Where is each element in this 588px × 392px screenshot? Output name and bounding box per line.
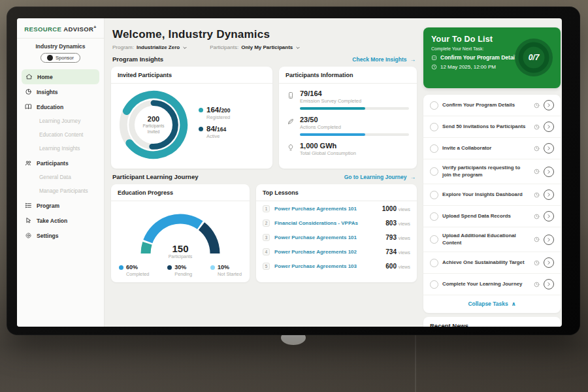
todo-item[interactable]: Upload Additional Educational Content <box>423 227 561 252</box>
todo-go-button[interactable] <box>544 122 554 132</box>
todo-go-button[interactable] <box>544 235 554 245</box>
legend-value: 30% <box>174 264 192 270</box>
todo-checkbox[interactable] <box>430 123 438 131</box>
program-icon <box>25 202 32 209</box>
program-insights-header: Program Insights Check More Insights → <box>112 56 416 63</box>
participants-filter-dropdown[interactable]: Participants: Only My Participants <box>210 44 301 50</box>
sidebar-item-label: Education <box>37 104 63 110</box>
todo-checkbox[interactable] <box>430 235 438 244</box>
lesson-title-link[interactable]: Power Purchase Agreements 102 <box>274 249 381 255</box>
recent-news-card: Recent News <box>423 317 561 327</box>
sidebar-item-home[interactable]: Home <box>22 69 99 84</box>
sponsor-icon <box>47 55 53 61</box>
collapse-tasks-link[interactable]: Collapse Tasks ∧ <box>423 295 561 313</box>
learning-journey-heading: Participant Learning Journey <box>112 173 198 180</box>
todo-checkbox[interactable] <box>430 259 438 267</box>
todo-go-button[interactable] <box>544 279 554 289</box>
todo-go-button[interactable] <box>544 167 554 177</box>
todo-item[interactable]: Achieve One Sustainability Target <box>423 252 561 274</box>
invited-participants-donut: 200 Participants Invited <box>115 86 192 163</box>
lesson-rank: 4 <box>263 248 270 255</box>
org-name: Industry Dynamics <box>17 43 104 50</box>
gauge-center-label: 150 Participants <box>135 243 226 259</box>
clock-icon <box>534 103 540 108</box>
todo-go-button[interactable] <box>544 143 554 154</box>
todo-checkbox[interactable] <box>430 280 438 289</box>
arrow-right-icon: → <box>410 174 416 180</box>
gauge-legend: 60%Completed30%Pending10%Not Started <box>111 259 250 277</box>
clock-icon <box>534 282 540 287</box>
clock-icon <box>534 237 540 242</box>
check-more-insights-link[interactable]: Check More Insights → <box>352 56 416 63</box>
sidebar-item-education-content[interactable]: Education Content <box>17 128 104 142</box>
todo-go-button[interactable] <box>544 211 554 221</box>
todo-item[interactable]: Confirm Your Program Details <box>423 95 561 116</box>
participant-stat: 79/164Emission Survey Completed <box>279 90 417 110</box>
learning-journey-header: Participant Learning Journey Go to Learn… <box>112 173 416 180</box>
logo-advisor: ADVISOR+ <box>63 25 97 33</box>
legend-dot <box>119 265 123 270</box>
actions-icon <box>287 118 295 125</box>
clock-icon <box>534 146 540 152</box>
sidebar-item-label: Learning Journey <box>39 118 80 124</box>
legend-label: Pending <box>174 271 192 277</box>
sidebar-item-settings[interactable]: Settings <box>17 228 104 243</box>
todo-checkbox[interactable] <box>430 212 438 221</box>
sidebar-item-label: Settings <box>37 233 59 239</box>
sidebar-item-label: General Data <box>39 174 71 180</box>
go-to-learning-journey-link[interactable]: Go to Learning Journey → <box>344 174 416 180</box>
scene: RESOURCEADVISOR+ Industry Dynamics Spons… <box>0 0 588 392</box>
stat-label: Total Global Consumption <box>300 150 409 156</box>
legend-text: 164/200Registered <box>206 106 231 120</box>
lesson-title-link[interactable]: Financial Considerations - VPPAs <box>274 220 381 226</box>
app-logo: RESOURCEADVISOR+ <box>17 25 104 33</box>
sidebar-item-take-action[interactable]: Take Action <box>17 213 104 228</box>
lesson-rank: 3 <box>263 234 270 241</box>
stat-progress-bar <box>300 133 409 136</box>
todo-checkbox[interactable] <box>430 191 438 199</box>
todo-item[interactable]: Complete Your Learning Journey <box>423 274 561 295</box>
legend-text: 30%Pending <box>174 264 192 277</box>
participant-stat: 23/50Actions Completed <box>279 116 417 136</box>
settings-icon <box>25 232 32 239</box>
todo-go-button[interactable] <box>544 100 554 110</box>
todo-checkbox[interactable] <box>430 167 438 176</box>
sidebar-item-insights[interactable]: Insights <box>17 84 104 99</box>
todo-go-button[interactable] <box>544 189 554 200</box>
todo-item-label: Invite a Collaborator <box>442 145 530 152</box>
sidebar-item-general-data[interactable]: General Data <box>17 171 104 184</box>
sidebar-item-learning-journey[interactable]: Learning Journey <box>17 114 104 128</box>
lesson-title-link[interactable]: Power Purchase Agreements 103 <box>274 263 381 269</box>
sidebar-item-participants[interactable]: Participants <box>17 155 104 171</box>
todo-checkbox[interactable] <box>430 101 438 110</box>
clock-icon <box>431 64 437 70</box>
legend-label: Completed <box>126 271 149 277</box>
sidebar-item-manage-participants[interactable]: Manage Participants <box>17 184 104 198</box>
consumption-icon <box>287 144 295 152</box>
donut-legend-active: 84/164Active <box>199 125 231 139</box>
sidebar-item-learning-insights[interactable]: Learning Insights <box>17 142 104 155</box>
todo-item[interactable]: Invite a Collaborator <box>423 138 561 159</box>
todo-item[interactable]: Explore Your Insights Dashboard <box>423 184 561 206</box>
todo-item[interactable]: Verify participants requesting to join t… <box>423 159 561 184</box>
sponsor-badge-label: Sponsor <box>56 55 74 61</box>
sidebar-item-program[interactable]: Program <box>17 198 104 213</box>
clock-icon <box>534 260 540 266</box>
todo-go-button[interactable] <box>544 257 554 268</box>
chevron-down-icon <box>295 45 301 50</box>
participants-information-stats: 79/164Emission Survey Completed23/50Acti… <box>279 90 417 156</box>
lesson-title-link[interactable]: Power Purchase Agreements 101 <box>274 206 378 212</box>
legend-dot <box>199 108 203 112</box>
legend-text: 10%Not Started <box>218 264 242 277</box>
program-filter-dropdown[interactable]: Program: Industrialize Zero <box>112 44 188 50</box>
todo-item-label: Explore Your Insights Dashboard <box>442 191 530 199</box>
todo-item[interactable]: Upload Spend Data Records <box>423 206 561 227</box>
checkbox-icon <box>431 55 437 61</box>
sidebar-item-label: Education Content <box>39 132 83 138</box>
todo-checkbox[interactable] <box>430 144 438 153</box>
dashboard-screen: RESOURCEADVISOR+ Industry Dynamics Spons… <box>17 18 562 327</box>
sidebar-item-education[interactable]: Education <box>17 99 104 114</box>
sponsor-badge[interactable]: Sponsor <box>41 53 80 63</box>
todo-item[interactable]: Send 50 Invitations to Participants <box>423 116 561 138</box>
lesson-title-link[interactable]: Power Purchase Agreements 101 <box>274 235 381 240</box>
